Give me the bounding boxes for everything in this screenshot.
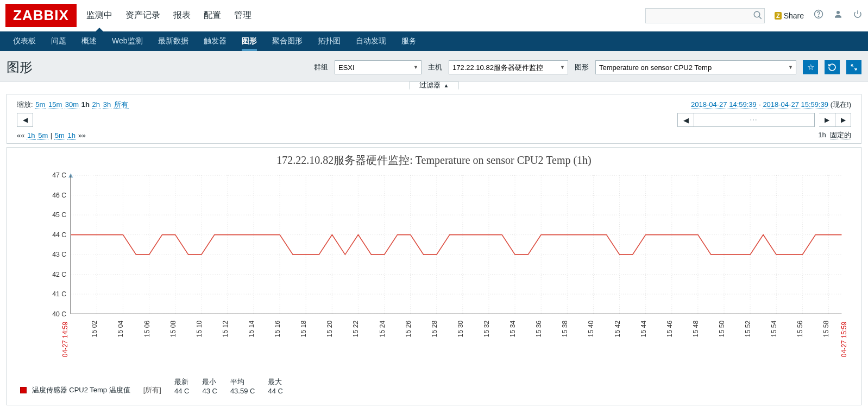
zoom-option[interactable]: 3h [103, 100, 111, 109]
step-links: «« 1h 5m | 5m 1h »» [17, 131, 86, 139]
filter-tab[interactable]: 过滤器 ▲ [409, 81, 460, 90]
sub-nav-item[interactable]: 服务 [394, 31, 424, 51]
brand-logo[interactable]: ZABBIX [5, 4, 77, 27]
help-icon[interactable] [814, 9, 823, 22]
host-select[interactable]: 172.22.10.82服务器硬件监控 [449, 60, 568, 74]
legend-swatch-icon [20, 387, 27, 393]
sub-nav-item[interactable]: 仪表板 [5, 31, 43, 51]
svg-text:41 C: 41 C [52, 290, 66, 298]
sub-nav-item[interactable]: 触发器 [196, 31, 234, 51]
svg-text:15 42: 15 42 [614, 321, 621, 338]
time-prev-button[interactable]: ◀ [17, 113, 33, 127]
share-link[interactable]: Z Share [775, 11, 804, 20]
zoom-option[interactable]: 所有 [114, 100, 129, 109]
step-left[interactable]: 1h [27, 131, 35, 140]
step-left[interactable]: 5m [37, 131, 48, 140]
chevron-up-icon: ▲ [444, 82, 449, 88]
stat-max: 最大 44 C [268, 377, 282, 395]
search-icon[interactable] [753, 10, 763, 22]
step-right[interactable]: 1h [67, 131, 76, 140]
zoom-option[interactable]: 15m [48, 100, 62, 109]
svg-text:15 10: 15 10 [196, 321, 203, 338]
legend-entry: 温度传感器 CPU2 Temp 温度值 [20, 385, 130, 395]
svg-text:15 04: 15 04 [117, 321, 124, 338]
fullscreen-button[interactable] [846, 60, 861, 74]
slider-next-button[interactable]: ▶ [819, 113, 835, 127]
svg-text:47 C: 47 C [52, 171, 66, 179]
sub-nav-item[interactable]: 聚合图形 [265, 31, 310, 51]
svg-text:40 C: 40 C [52, 310, 66, 318]
chart-svg: 40 C41 C42 C43 C44 C45 C46 C47 C15 0215 … [12, 170, 856, 370]
stat-min: 最小 43 C [202, 377, 217, 395]
svg-line-1 [759, 16, 762, 19]
sub-nav-item[interactable]: 概述 [74, 31, 104, 51]
zoom-option[interactable]: 30m [65, 100, 79, 109]
chart-card: 172.22.10.82服务器硬件监控: Temperature on sens… [7, 147, 861, 405]
svg-text:15 46: 15 46 [666, 321, 674, 338]
zoom-option[interactable]: 5m [35, 100, 46, 109]
graph-select[interactable]: Temperature on sensor CPU2 Temp [595, 60, 796, 74]
svg-text:15 54: 15 54 [770, 321, 778, 338]
svg-text:15 50: 15 50 [718, 321, 726, 338]
graph-label: 图形 [575, 62, 589, 72]
zoom-option-current[interactable]: 1h [81, 100, 90, 109]
svg-text:15 12: 15 12 [222, 321, 229, 338]
step-right[interactable]: 5m [54, 131, 65, 140]
search-box [645, 8, 765, 23]
slider-prev-button[interactable]: ◀ [677, 113, 694, 127]
favorite-button[interactable]: ☆ [803, 60, 818, 74]
main-nav-item[interactable]: 监测中 [86, 0, 112, 31]
sub-nav-item[interactable]: Web监测 [104, 31, 150, 51]
svg-text:15 40: 15 40 [587, 321, 595, 338]
sub-nav-item[interactable]: 自动发现 [348, 31, 394, 51]
svg-text:15 32: 15 32 [483, 321, 490, 338]
legend-func: [所有] [143, 385, 161, 395]
zoom-links: 缩放: 5m 15m 30m 1h 2h 3h 所有 [17, 100, 129, 110]
svg-text:15 14: 15 14 [248, 321, 255, 338]
svg-text:15 02: 15 02 [91, 321, 98, 338]
fixed-toggle[interactable]: 固定的 [830, 131, 851, 139]
svg-text:46 C: 46 C [52, 192, 66, 199]
svg-text:15 34: 15 34 [509, 321, 517, 338]
main-nav-item[interactable]: 报表 [173, 0, 191, 31]
svg-text:15 36: 15 36 [535, 321, 543, 338]
svg-text:44 C: 44 C [52, 231, 66, 239]
svg-text:15 22: 15 22 [352, 321, 360, 338]
main-nav-item[interactable]: 配置 [204, 0, 221, 31]
share-badge-icon: Z [775, 12, 782, 20]
search-input[interactable] [645, 8, 765, 23]
time-from[interactable]: 2018-04-27 14:59:39 [691, 100, 757, 109]
fixed-label: 1h 固定的 [818, 130, 851, 140]
zoom-option[interactable]: 2h [92, 100, 100, 109]
page-header: 图形 群组 ESXI 主机 172.22.10.82服务器硬件监控 图形 Tem… [0, 51, 868, 82]
sub-nav-item[interactable]: 拓扑图 [310, 31, 348, 51]
sub-nav-item[interactable]: 最新数据 [150, 31, 196, 51]
time-now-label: (现在!) [831, 100, 851, 109]
svg-point-3 [818, 16, 819, 17]
svg-text:15 08: 15 08 [169, 321, 177, 338]
group-select[interactable]: ESXI [335, 60, 422, 74]
svg-text:15 44: 15 44 [640, 321, 647, 338]
time-slider[interactable]: ⋯ [694, 113, 815, 127]
time-to[interactable]: 2018-04-27 15:59:39 [763, 100, 828, 109]
sub-nav-item[interactable]: 问题 [43, 31, 74, 51]
stat-avg: 平均 43.59 C [230, 377, 255, 395]
svg-text:15 24: 15 24 [379, 321, 386, 338]
stat-latest: 最新 44 C [174, 377, 189, 395]
svg-text:42 C: 42 C [52, 271, 66, 278]
refresh-button[interactable] [825, 60, 840, 74]
main-nav-item[interactable]: 管理 [234, 0, 251, 31]
sub-nav-item[interactable]: 图形 [234, 31, 265, 51]
svg-text:43 C: 43 C [52, 251, 66, 258]
main-nav-item[interactable]: 资产记录 [125, 0, 160, 31]
svg-text:15 48: 15 48 [692, 321, 700, 338]
svg-text:15 26: 15 26 [405, 321, 412, 338]
user-icon[interactable] [833, 9, 843, 22]
power-icon[interactable] [853, 9, 863, 22]
top-header: ZABBIX 监测中资产记录报表配置管理 Z Share [0, 0, 868, 31]
time-next-button[interactable]: ▶ [835, 113, 851, 127]
svg-text:15 30: 15 30 [457, 321, 464, 338]
svg-text:04-27 14:59: 04-27 14:59 [61, 322, 69, 358]
page-title: 图形 [7, 59, 33, 76]
time-row-step: «« 1h 5m | 5m 1h »» 1h 固定的 [17, 130, 851, 140]
